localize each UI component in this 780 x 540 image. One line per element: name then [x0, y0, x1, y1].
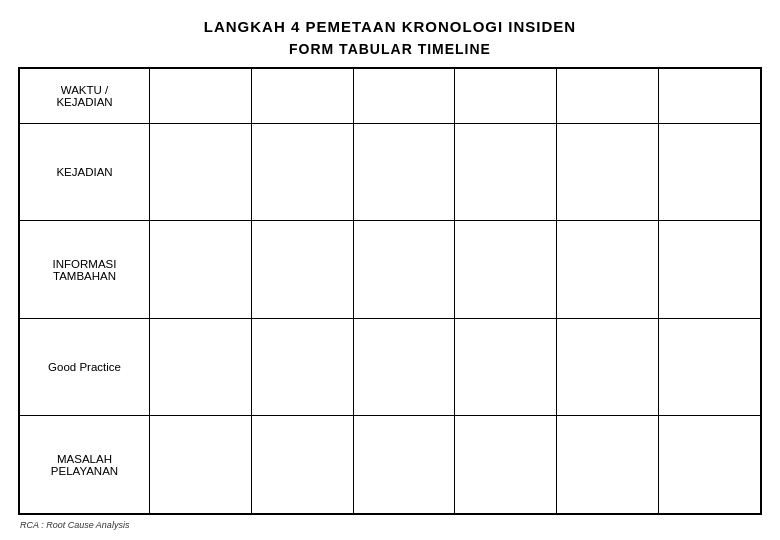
- timeline-table: WAKTU /KEJADIAN KEJADIAN: [19, 68, 761, 514]
- cell-good-2[interactable]: [251, 318, 353, 416]
- label-kejadian: KEJADIAN: [20, 123, 150, 221]
- cell-masalah-6[interactable]: [659, 416, 761, 514]
- cell-informasi-6[interactable]: [659, 221, 761, 319]
- cell-waktu-3[interactable]: [353, 69, 455, 124]
- cell-masalah-3[interactable]: [353, 416, 455, 514]
- cell-waktu-6[interactable]: [659, 69, 761, 124]
- cell-masalah-1[interactable]: [150, 416, 252, 514]
- label-informasi: INFORMASITAMBAHAN: [20, 221, 150, 319]
- cell-waktu-5[interactable]: [557, 69, 659, 124]
- cell-good-3[interactable]: [353, 318, 455, 416]
- cell-kejadian-4[interactable]: [455, 123, 557, 221]
- cell-kejadian-1[interactable]: [150, 123, 252, 221]
- cell-good-5[interactable]: [557, 318, 659, 416]
- row-kejadian: KEJADIAN: [20, 123, 761, 221]
- label-good-practice: Good Practice: [20, 318, 150, 416]
- cell-informasi-2[interactable]: [251, 221, 353, 319]
- cell-masalah-4[interactable]: [455, 416, 557, 514]
- cell-masalah-2[interactable]: [251, 416, 353, 514]
- table-wrapper: WAKTU /KEJADIAN KEJADIAN: [18, 67, 762, 515]
- cell-kejadian-2[interactable]: [251, 123, 353, 221]
- footer-text: RCA : Root Cause Analysis: [18, 520, 762, 530]
- row-masalah: MASALAHPELAYANAN: [20, 416, 761, 514]
- cell-good-6[interactable]: [659, 318, 761, 416]
- cell-waktu-2[interactable]: [251, 69, 353, 124]
- cell-waktu-1[interactable]: [150, 69, 252, 124]
- cell-good-4[interactable]: [455, 318, 557, 416]
- cell-informasi-1[interactable]: [150, 221, 252, 319]
- cell-kejadian-6[interactable]: [659, 123, 761, 221]
- cell-kejadian-5[interactable]: [557, 123, 659, 221]
- sub-title: FORM TABULAR TIMELINE: [18, 41, 762, 57]
- cell-kejadian-3[interactable]: [353, 123, 455, 221]
- main-title: LANGKAH 4 PEMETAAN KRONOLOGI INSIDEN: [18, 18, 762, 35]
- cell-good-1[interactable]: [150, 318, 252, 416]
- page-container: LANGKAH 4 PEMETAAN KRONOLOGI INSIDEN FOR…: [0, 0, 780, 540]
- label-waktu: WAKTU /KEJADIAN: [20, 69, 150, 124]
- cell-waktu-4[interactable]: [455, 69, 557, 124]
- cell-masalah-5[interactable]: [557, 416, 659, 514]
- row-informasi: INFORMASITAMBAHAN: [20, 221, 761, 319]
- row-good-practice: Good Practice: [20, 318, 761, 416]
- cell-informasi-3[interactable]: [353, 221, 455, 319]
- cell-informasi-4[interactable]: [455, 221, 557, 319]
- label-masalah: MASALAHPELAYANAN: [20, 416, 150, 514]
- cell-informasi-5[interactable]: [557, 221, 659, 319]
- row-waktu: WAKTU /KEJADIAN: [20, 69, 761, 124]
